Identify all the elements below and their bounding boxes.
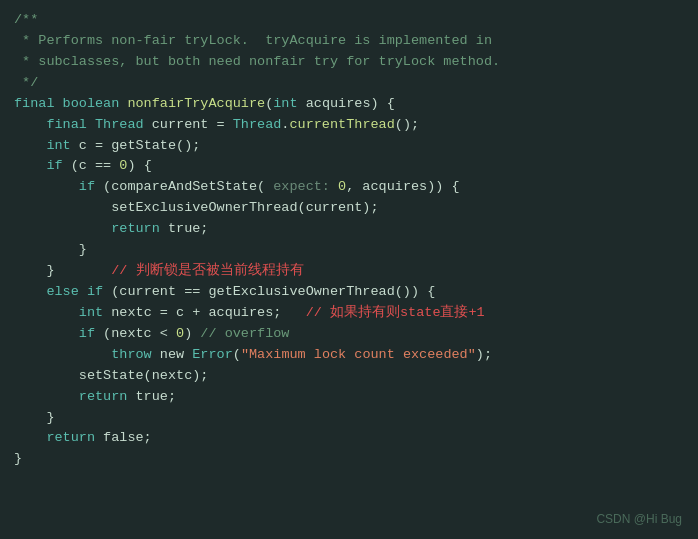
code-token: /** [14,10,38,31]
code-token: } [14,408,55,429]
code-line: setExclusiveOwnerThread(current); [0,198,698,219]
code-token: "Maximum lock count exceeded" [241,345,476,366]
code-token: 0 [338,177,346,198]
code-token: setState(nextc); [14,366,208,387]
code-token: } [14,240,87,261]
code-token: } [14,261,111,282]
code-line: setState(nextc); [0,366,698,387]
code-token [14,136,46,157]
code-line: * Performs non-fair tryLock. tryAcquire … [0,31,698,52]
code-token: currentThread [289,115,394,136]
code-token: (nextc < [95,324,176,345]
code-line: final boolean nonfairTryAcquire(int acqu… [0,94,698,115]
code-line: } [0,240,698,261]
code-token: nextc = c + acquires; [103,303,306,324]
code-token: Thread [95,115,144,136]
code-line: if (compareAndSetState( expect: 0, acqui… [0,177,698,198]
code-line: } // 判断锁是否被当前线程持有 [0,261,698,282]
code-token: // 如果持有则state直接+1 [306,303,485,324]
code-token [14,282,46,303]
code-line: /** [0,10,698,31]
code-token: return [111,219,160,240]
code-line: if (c == 0) { [0,156,698,177]
code-token [14,324,79,345]
code-token: setExclusiveOwnerThread(current); [14,198,379,219]
code-token: 0 [176,324,184,345]
code-line: return true; [0,387,698,408]
code-token: ( [233,345,241,366]
code-line: throw new Error("Maximum lock count exce… [0,345,698,366]
code-token: ( [265,94,273,115]
code-token: Thread [233,115,282,136]
code-line: * subclasses, but both need nonfair try … [0,52,698,73]
code-token [14,219,111,240]
code-token: if [79,324,95,345]
code-token: ) [184,324,200,345]
code-token [14,156,46,177]
code-token: if [46,156,62,177]
code-line: if (nextc < 0) // overflow [0,324,698,345]
code-token: (c == [63,156,120,177]
code-token: true; [160,219,209,240]
code-token: c = getState(); [71,136,201,157]
code-token: else if [46,282,103,303]
code-token: throw [111,345,152,366]
code-line: return false; [0,428,698,449]
code-token: int [46,136,70,157]
code-token: nonfairTryAcquire [127,94,265,115]
code-token: expect: [273,177,338,198]
code-token: // overflow [200,324,289,345]
code-token [14,345,111,366]
code-token: return [46,428,95,449]
code-token: current = [144,115,233,136]
code-token: true; [127,387,176,408]
code-token: final [14,94,63,115]
code-token: (current == getExclusiveOwnerThread()) { [103,282,435,303]
code-line: return true; [0,219,698,240]
code-token: * subclasses, but both need nonfair try … [14,52,500,73]
code-line: } [0,449,698,470]
code-token: . [281,115,289,136]
code-token: int [79,303,103,324]
code-token: } [14,449,22,470]
code-token: ) { [127,156,151,177]
watermark: CSDN @Hi Bug [596,510,682,529]
code-token [14,387,79,408]
code-token: // 判断锁是否被当前线程持有 [111,261,303,282]
code-line: else if (current == getExclusiveOwnerThr… [0,282,698,303]
code-token [14,428,46,449]
code-token: false; [95,428,152,449]
code-token [14,177,79,198]
code-line: final Thread current = Thread.currentThr… [0,115,698,136]
code-token: (compareAndSetState( [95,177,273,198]
code-token: acquires) { [298,94,395,115]
code-token: Error [192,345,233,366]
code-line: */ [0,73,698,94]
code-block: /** * Performs non-fair tryLock. tryAcqu… [0,0,698,539]
code-token: */ [14,73,38,94]
code-token: ); [476,345,492,366]
code-token: new [152,345,193,366]
code-token: return [79,387,128,408]
code-token: 0 [119,156,127,177]
code-token: if [79,177,95,198]
code-token: boolean [63,94,128,115]
code-token: (); [395,115,419,136]
code-token [14,303,79,324]
code-token: , acquires)) { [346,177,459,198]
code-token: * Performs non-fair tryLock. tryAcquire … [14,31,492,52]
code-token: final [14,115,95,136]
code-token: int [273,94,297,115]
code-line: int c = getState(); [0,136,698,157]
code-line: int nextc = c + acquires; // 如果持有则state直… [0,303,698,324]
code-line: } [0,408,698,429]
